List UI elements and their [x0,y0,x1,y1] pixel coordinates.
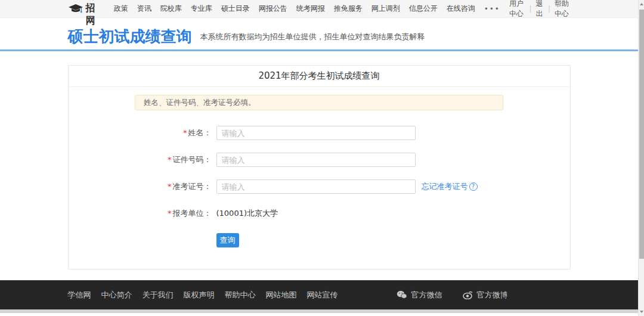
separator: | [548,5,550,13]
nav-item-online-adjustment[interactable]: 网上调剂 [371,4,400,14]
logo-text: 研招网 [86,0,101,27]
nav-item-online-consult[interactable]: 在线咨询 [447,4,475,14]
wechat-label: 官方微信 [411,290,442,300]
wechat-icon [397,290,411,299]
weibo-label: 官方微博 [477,290,508,300]
footer-link-sitemap[interactable]: 网站地图 [266,290,297,300]
required-fields-alert: 姓名、证件号码、准考证号必填。 [135,95,503,110]
user-center-link[interactable]: 用户中心 [509,0,525,19]
target-university-label: *报考单位： [69,208,212,219]
nav-item-policy[interactable]: 政策 [114,4,128,14]
question-circle-icon: ? [469,182,478,191]
weibo-icon [463,290,477,299]
required-asterisk: * [168,155,172,164]
admission-ticket-label: *准考证号： [69,181,212,192]
target-university-value: (10001)北京大学 [216,208,278,219]
nav-item-online-report-notice[interactable]: 网报公告 [259,4,287,14]
form-row-name: *姓名： [69,126,570,140]
nav-item-info-disclosure[interactable]: 信息公开 [409,4,438,14]
help-center-link[interactable]: 帮助中心 [555,0,571,19]
nav-item-college-library[interactable]: 院校库 [160,4,182,14]
footer-social: 官方微信 官方微博 [376,290,508,300]
id-number-label: *证件号码： [69,154,212,165]
card-title: 2021年部分考生初试成绩查询 [69,66,570,87]
footer-link-site-promo[interactable]: 网站宣传 [307,290,338,300]
nav-item-news[interactable]: 资讯 [137,4,151,14]
footer-link-chsi[interactable]: 学信网 [68,290,91,300]
main-content: 2021年部分考生初试成绩查询 姓名、证件号码、准考证号必填。 *姓名： *证件… [0,51,638,280]
footer-link-center-intro[interactable]: 中心简介 [101,290,132,300]
admission-ticket-input[interactable] [216,179,416,194]
nav-item-exemption-service[interactable]: 推免服务 [334,4,363,14]
logout-link[interactable]: 退出 [536,0,544,19]
separator: | [530,5,532,13]
form-row-target-university: *报考单位： (10001)北京大学 [69,206,570,221]
page-subtitle: 本系统所有数据均为招生单位提供，招生单位对查询结果负责解释 [200,32,425,44]
id-number-input[interactable] [216,153,416,167]
query-button[interactable]: 查询 [216,233,239,247]
required-asterisk: * [168,209,172,218]
forgot-ticket-link[interactable]: 忘记准考证号? [422,181,478,192]
footer: 学信网 中心简介 关于我们 版权声明 帮助中心 网站地图 网站宣传 [0,280,638,309]
scrollbar-thumb[interactable] [639,10,644,259]
vertical-scrollbar[interactable] [638,0,644,316]
score-query-card: 2021年部分考生初试成绩查询 姓名、证件号码、准考证号必填。 *姓名： *证件… [68,65,571,269]
name-input[interactable] [216,126,416,140]
form-row-admission-ticket: *准考证号： 忘记准考证号? [69,179,570,194]
scroll-up-button[interactable] [639,0,644,9]
nav-item-master-catalog[interactable]: 硕士目录 [221,4,250,14]
footer-link-help-center[interactable]: 帮助中心 [225,290,256,300]
top-navigation-bar: 研招网 政策 资讯 院校库 专业库 硕士目录 网报公告 统考网报 推免服务 网上… [0,0,638,18]
graduation-cap-icon [68,4,83,14]
nav-item-unified-exam-report[interactable]: 统考网报 [296,4,325,14]
site-logo[interactable]: 研招网 [68,0,101,27]
window-bottom-edge [0,309,638,313]
footer-link-about-us[interactable]: 关于我们 [143,290,174,300]
nav-more-ellipsis[interactable]: ••• [484,5,500,13]
footer-link-copyright[interactable]: 版权声明 [184,290,215,300]
official-wechat[interactable]: 官方微信 [397,290,442,300]
scroll-up-icon [640,3,643,5]
button-row: 查询 [69,233,570,247]
scroll-down-icon [640,311,643,313]
nav-item-major-library[interactable]: 专业库 [191,4,212,14]
main-nav: 政策 资讯 院校库 专业库 硕士目录 网报公告 统考网报 推免服务 网上调剂 信… [114,4,509,14]
official-weibo[interactable]: 官方微博 [463,290,508,300]
name-label: *姓名： [69,128,212,138]
scroll-down-button[interactable] [639,307,644,316]
footer-links: 学信网 中心简介 关于我们 版权声明 帮助中心 网站地图 网站宣传 [68,290,348,300]
required-asterisk: * [168,182,172,191]
required-asterisk: * [183,128,187,137]
topbar-user-links: 用户中心 | 退出 | 帮助中心 [509,0,571,19]
page-title: 硕士初试成绩查询 [68,29,192,44]
page: 研招网 政策 资讯 院校库 专业库 硕士目录 网报公告 统考网报 推免服务 网上… [0,0,638,316]
form-row-id-number: *证件号码： [69,153,570,167]
